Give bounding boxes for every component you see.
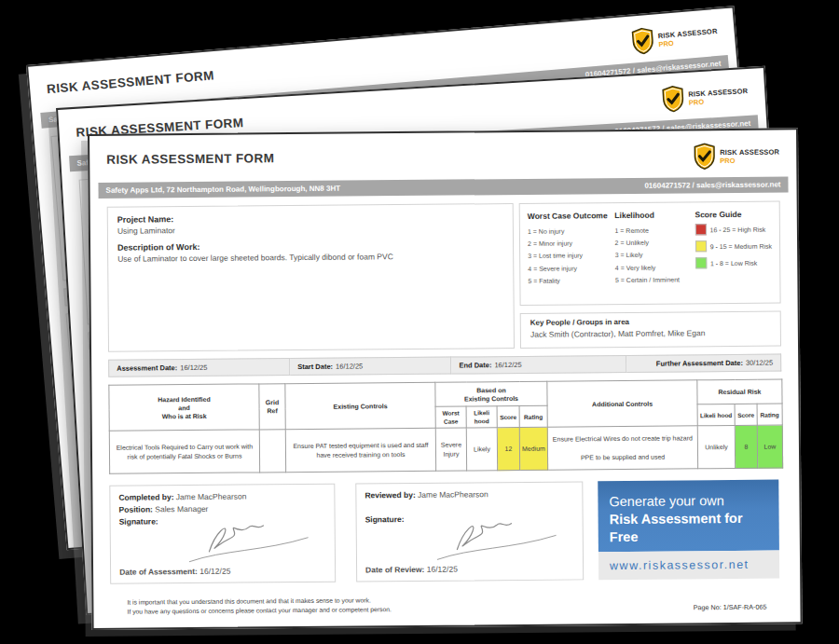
end-date-value: 16/12/25: [494, 361, 521, 369]
score-guide-label: 16 - 25 = High Risk: [710, 226, 766, 233]
risk-assessor-logo: RISK ASSESSOR PRO: [693, 143, 779, 171]
key-people-box: Key People / Groups in area Jack Smith (…: [520, 311, 781, 349]
legend-item: 2 = Minor injury: [528, 237, 610, 250]
worst-case-title: Worst Case Outcome: [528, 211, 610, 221]
likelihood-title: Likelihood: [614, 210, 689, 220]
score-guide-row: 9 - 15 = Medium Risk: [695, 240, 772, 253]
rating-cell: Medium: [519, 427, 547, 470]
date-of-review-label: Date of Review:: [365, 565, 424, 575]
reviewed-by-box: Reviewed by: Jame MacPhearson Signature:…: [355, 481, 584, 582]
col-hazard: Hazard Identified and Who is at Risk: [109, 384, 259, 431]
signature-scribble: [178, 514, 318, 567]
assessment-date: Assessment Date: 16/12/25: [108, 358, 290, 377]
further-assessment-date-value: 30/12/25: [746, 359, 773, 367]
signature-scribble: [426, 513, 566, 565]
shield-check-icon: [661, 85, 686, 113]
legend-item: 4 = Very likely: [615, 261, 690, 274]
dates-bar: Assessment Date: 16/12/25 Start Date: 16…: [108, 354, 781, 377]
project-name-value: Using Laminator: [117, 223, 503, 236]
likelihood-cell: Likely: [466, 428, 497, 471]
promo-url-strip: www.riskassessor.net: [598, 551, 779, 581]
table-row: Electrical Tools Required to Carry out w…: [109, 425, 782, 473]
legend-item: 5 = Fatality: [528, 274, 610, 287]
promo-line-2: Risk Assessment for Free: [610, 510, 768, 546]
low-risk-swatch: [695, 257, 707, 268]
position-value: Sales Manager: [155, 504, 208, 514]
stage: RISK ASSESSMENT FORM RISK ASSESSOR PRO S…: [0, 0, 839, 644]
legend-item: 1 = No injury: [528, 225, 610, 238]
signature-label: Signature:: [365, 514, 405, 524]
date-of-assessment-value: 16/12/25: [199, 567, 230, 576]
high-risk-swatch: [695, 224, 707, 235]
score-guide-label: 1 - 8 = Low Risk: [710, 259, 757, 266]
key-people-title: Key People / Groups in area: [530, 317, 771, 327]
score-guide-label: 9 - 15 = Medium Risk: [710, 242, 772, 250]
likelihood-legend: Likelihood 1 = Remote 2 = Unlikely 3 = L…: [614, 210, 690, 296]
page-number: Page No: 1/SAF-RA-065: [694, 603, 767, 612]
residual-rating-cell: Low: [757, 425, 782, 468]
page-title: RISK ASSESSMENT FORM: [106, 146, 274, 167]
completed-by-label: Completed by:: [118, 492, 173, 502]
further-assessment-date: Further Assessment Date: 30/12/25: [626, 354, 781, 373]
description-value: Use of Laminator to cover large sheeted …: [117, 251, 503, 264]
start-date: Start Date: 16/12/25: [290, 357, 451, 377]
risk-table: Hazard Identified and Who is at Risk Gri…: [108, 379, 783, 474]
score-guide-legend: Score Guide 16 - 25 = High Risk 9 - 15 =…: [695, 210, 772, 296]
promo-url-link[interactable]: www.riskassessor.net: [610, 558, 750, 572]
legend-item: 1 = Remote: [614, 224, 689, 237]
footer-line-2: If you have any questions or concerns pl…: [127, 605, 391, 616]
col-score: Score: [497, 405, 519, 427]
signature-label: Signature:: [119, 516, 158, 526]
completed-by-name: Jame MacPhearson: [176, 492, 247, 502]
col-worst-case: Worst Case: [435, 406, 466, 428]
legend-item: 2 = Unlikely: [615, 237, 690, 250]
legend-item: 4 = Severe injury: [528, 262, 610, 275]
risk-assessor-logo: RISK ASSESSOR PRO: [630, 21, 719, 56]
assessment-date-value: 16/12/25: [180, 363, 207, 372]
col-residual-risk: Residual Risk: [697, 379, 782, 404]
medium-risk-swatch: [695, 240, 707, 252]
page-title: RISK ASSESSMENT FORM: [46, 63, 214, 96]
shield-check-icon: [693, 143, 716, 170]
additional-controls-cell: Ensure Electrical Wires do not create tr…: [547, 426, 697, 470]
col-grid-ref: Grid Ref: [259, 384, 285, 430]
legend-item: 3 = Lost time injury: [528, 250, 610, 263]
col-residual-likelihood: Likeli hood: [697, 404, 735, 425]
sheet-front: RISK ASSESSMENT FORM RISK ASSESSOR PRO S…: [88, 128, 803, 630]
shield-check-icon: [630, 27, 655, 56]
worst-case-cell: Severe Injury: [435, 428, 466, 471]
project-box: Project Name: Using Laminator Descriptio…: [107, 203, 515, 352]
col-additional-controls: Additional Controls: [547, 380, 697, 427]
col-residual-rating: Rating: [757, 404, 782, 425]
end-date-label: End Date:: [459, 361, 491, 369]
col-residual-score: Score: [735, 404, 757, 425]
promo-banner[interactable]: Generate your own Risk Assessment for Fr…: [598, 480, 779, 581]
date-of-assessment-label: Date of Assessment:: [119, 567, 198, 577]
reviewed-by-name: Jame MacPhearson: [418, 489, 488, 500]
worst-case-outcome-legend: Worst Case Outcome 1 = No injury 2 = Min…: [528, 211, 610, 297]
start-date-label: Start Date:: [297, 363, 333, 371]
legend-item: 3 = Likely: [615, 249, 690, 262]
score-cell: 12: [497, 427, 519, 470]
residual-likelihood-cell: Unlikely: [697, 425, 735, 468]
grid-ref-cell: [259, 430, 285, 473]
based-on-header-line: Existing Controls: [437, 393, 544, 403]
further-assessment-date-label: Further Assessment Date:: [656, 359, 743, 368]
key-people-value: Jack Smith (Contractor), Matt Pomfret, M…: [530, 328, 771, 339]
additional-controls-line: PPE to be supplied and used: [550, 452, 695, 462]
reviewed-by-label: Reviewed by:: [364, 490, 415, 500]
date-of-review-value: 16/12/25: [427, 565, 458, 574]
score-guide-title: Score Guide: [695, 210, 771, 220]
assessment-date-label: Assessment Date:: [117, 363, 177, 373]
page-footer: It is important that you understand this…: [127, 593, 766, 617]
completed-by-box: Completed by: Jame MacPhearson Position:…: [109, 484, 336, 584]
col-based-on-existing: Based on Existing Controls: [435, 381, 547, 406]
col-existing-controls: Existing Controls: [285, 382, 435, 429]
promo-blue-panel: Generate your own Risk Assessment for Fr…: [598, 480, 779, 553]
hazard-cell: Electrical Tools Required to Carry out w…: [109, 430, 259, 473]
legend-box: Worst Case Outcome 1 = No injury 2 = Min…: [519, 201, 781, 306]
contact-info: 01604271572 / sales@riskassessor.net: [644, 181, 780, 190]
logo-tier-text: PRO: [720, 156, 779, 165]
end-date: End Date: 16/12/25: [451, 355, 626, 375]
col-likelihood: Likeli hood: [466, 406, 497, 428]
